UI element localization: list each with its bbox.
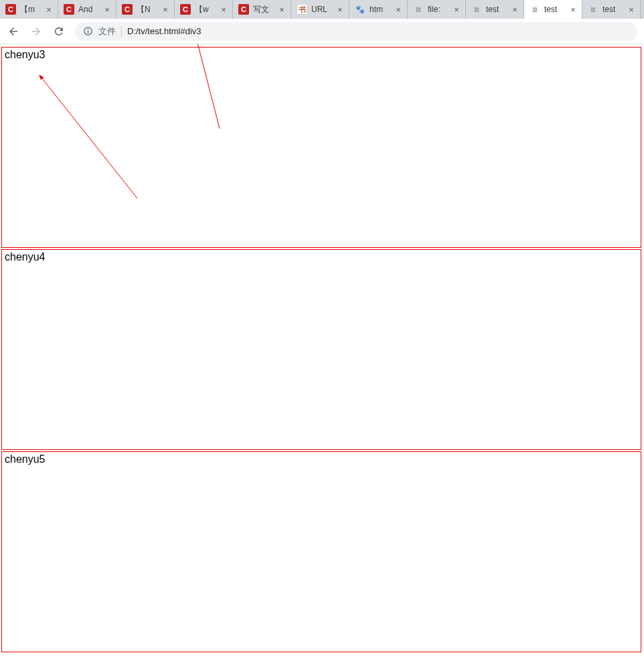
tab-2[interactable]: C【N× <box>116 0 175 19</box>
svg-rect-1 <box>88 30 88 33</box>
content-block-chenyu4: chenyu4 <box>1 249 641 450</box>
tab-0[interactable]: C【m× <box>0 0 58 19</box>
omnibox-divider <box>121 26 122 37</box>
tab-6[interactable]: 🐾htm× <box>349 0 408 19</box>
back-button[interactable] <box>7 25 20 38</box>
tab-4[interactable]: C写文× <box>233 0 291 19</box>
file-label: 文件 <box>98 25 116 38</box>
close-icon[interactable]: × <box>510 5 519 15</box>
tab-8[interactable]: 🗎test× <box>466 0 524 19</box>
tab-title: And <box>78 5 98 14</box>
arrow-right-icon <box>30 25 42 38</box>
tab-title: 写文 <box>253 4 273 15</box>
close-icon[interactable]: × <box>452 5 461 15</box>
content-block-chenyu5: chenyu5 <box>1 451 641 652</box>
tab-title: 【m <box>20 4 40 15</box>
tab-title: file: <box>428 5 448 14</box>
fav-jian-icon: 书 <box>297 4 307 15</box>
close-icon[interactable]: × <box>102 5 112 15</box>
tab-title: 【w <box>195 4 215 15</box>
tab-3[interactable]: C【w× <box>175 0 233 19</box>
block-label: chenyu5 <box>5 453 46 465</box>
tab-10[interactable]: 🗎test× <box>582 0 641 19</box>
tab-title: test <box>486 5 506 14</box>
close-icon[interactable]: × <box>219 5 228 15</box>
fav-c-icon: C <box>180 4 191 15</box>
info-icon <box>83 26 93 36</box>
block-label: chenyu4 <box>5 251 46 263</box>
tab-1[interactable]: CAnd× <box>58 0 116 19</box>
url-text: D:/tv/test.html#div3 <box>127 26 202 36</box>
arrow-left-icon <box>7 25 19 38</box>
toolbar: 文件 D:/tv/test.html#div3 <box>0 19 644 44</box>
fav-page-icon: 🗎 <box>530 4 540 15</box>
tab-title: test <box>602 5 623 14</box>
reload-button[interactable] <box>52 25 66 38</box>
block-label: chenyu3 <box>5 49 46 60</box>
fav-c-icon: C <box>122 4 133 15</box>
fav-paw-icon: 🐾 <box>355 4 366 15</box>
fav-c-icon: C <box>5 4 16 15</box>
reload-icon <box>53 25 65 38</box>
close-icon[interactable]: × <box>277 5 287 15</box>
close-icon[interactable]: × <box>627 5 636 15</box>
fav-page-icon: 🗎 <box>588 4 598 15</box>
address-bar[interactable]: 文件 D:/tv/test.html#div3 <box>75 22 637 41</box>
close-icon[interactable]: × <box>394 5 403 15</box>
close-icon[interactable]: × <box>335 5 345 15</box>
fav-page-icon: 🗎 <box>471 4 482 15</box>
tab-9[interactable]: 🗎test× <box>524 0 582 19</box>
close-icon[interactable]: × <box>161 5 170 15</box>
fav-c-icon: C <box>238 4 249 15</box>
svg-rect-2 <box>88 29 88 29</box>
tab-title: 【N <box>137 4 157 15</box>
tab-7[interactable]: 🗎file:× <box>408 0 466 19</box>
tab-title: URL <box>311 5 331 14</box>
forward-button[interactable] <box>29 25 43 38</box>
tab-title: htm <box>370 5 390 14</box>
close-icon[interactable]: × <box>44 5 54 15</box>
page-viewport: chenyu3 chenyu4 chenyu5 <box>0 44 644 659</box>
tab-5[interactable]: 书URL× <box>291 0 349 19</box>
tab-title: test <box>544 5 564 14</box>
close-icon[interactable]: × <box>568 5 578 15</box>
fav-page-icon: 🗎 <box>413 4 424 15</box>
content-block-chenyu3: chenyu3 <box>1 47 641 248</box>
fav-c-icon: C <box>64 4 74 15</box>
tab-strip: C【m×CAnd×C【N×C【w×C写文×书URL×🐾htm×🗎file:×🗎t… <box>0 0 644 19</box>
